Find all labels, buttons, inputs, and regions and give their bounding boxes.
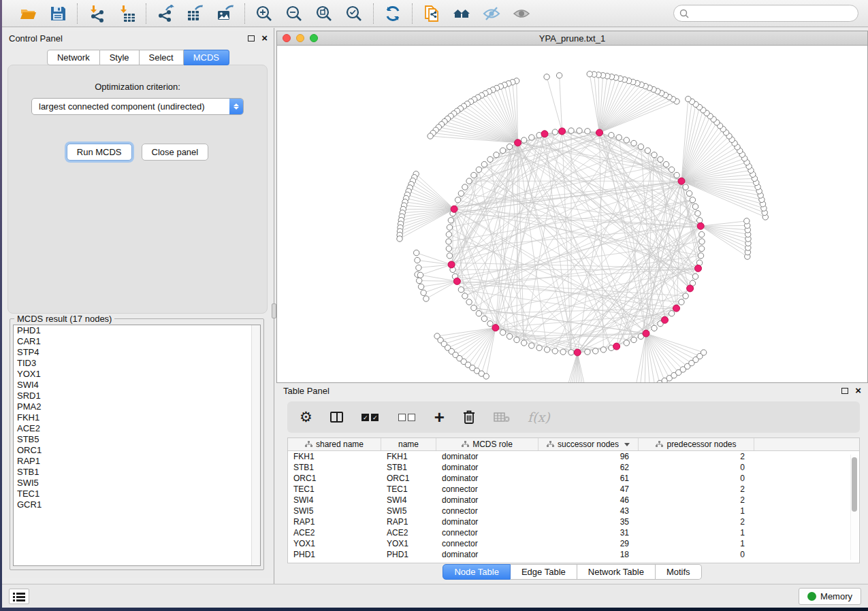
zoom-out-icon[interactable] (285, 4, 304, 23)
result-node-item[interactable]: PHD1 (14, 325, 260, 336)
cell-shared-name: SWI5 (288, 506, 381, 516)
import-network-icon[interactable] (87, 4, 106, 23)
app-window: Control Panel × NetworkStyleSelectMCDS O… (2, 0, 868, 608)
table-toolbar: ⚙ ✓✓ + f(x) (287, 401, 860, 433)
mcds-result-fieldset: MCDS result (17 nodes) PHD1CAR1STP4TID3Y… (10, 318, 264, 570)
result-node-item[interactable]: TID3 (14, 358, 260, 369)
close-panel-icon[interactable]: × (261, 35, 268, 42)
delete-table-icon[interactable] (494, 407, 510, 427)
cell-MCDS-role: dominator (436, 495, 539, 506)
column-header-predecessor-nodes[interactable]: predecessor nodes (639, 438, 754, 450)
result-node-item[interactable]: STP4 (14, 347, 260, 358)
cell-name: SWI5 (381, 506, 436, 516)
mcds-tab-content: Optimization criterion: largest connecte… (7, 65, 268, 314)
mcds-result-title: MCDS result (17 nodes) (14, 314, 114, 324)
table-row[interactable]: RAP1RAP1dominator352 (288, 516, 859, 527)
cell-predecessor-nodes: 1 (639, 506, 754, 516)
tab-edge-table[interactable]: Edge Table (511, 564, 577, 580)
function-builder-icon[interactable]: f(x) (528, 407, 550, 427)
deselect-all-checkboxes-icon[interactable] (398, 407, 417, 427)
result-node-item[interactable]: YOX1 (14, 369, 260, 380)
result-node-item[interactable]: CAR1 (14, 336, 260, 347)
save-icon[interactable] (48, 4, 67, 23)
table-row[interactable]: ACE2ACE2connector311 (288, 527, 859, 538)
result-node-item[interactable]: TEC1 (14, 489, 260, 499)
memory-label: Memory (820, 591, 852, 601)
result-node-item[interactable]: GCR1 (14, 499, 260, 510)
result-node-item[interactable]: ACE2 (14, 423, 260, 434)
cell-MCDS-role: connector (436, 538, 539, 549)
result-node-item[interactable]: STB1 (14, 467, 260, 478)
tab-network-table[interactable]: Network Table (577, 564, 656, 580)
run-mcds-button[interactable]: Run MCDS (67, 144, 132, 161)
cell-predecessor-nodes: 2 (639, 451, 754, 462)
result-node-item[interactable]: STB5 (14, 434, 260, 445)
memory-status-icon (807, 592, 816, 601)
table-row[interactable]: SWI4SWI4dominator462 (288, 495, 859, 506)
network-window-titlebar[interactable]: YPA_prune.txt_1 (277, 31, 867, 46)
zoom-selected-icon[interactable] (344, 4, 364, 23)
zoom-fit-icon[interactable] (315, 4, 334, 23)
tab-style[interactable]: Style (100, 50, 140, 65)
table-row[interactable]: TEC1TEC1connector472 (288, 484, 859, 495)
tab-network[interactable]: Network (47, 50, 100, 65)
result-node-item[interactable]: RAP1 (14, 456, 260, 467)
select-all-checkboxes-icon[interactable]: ✓✓ (361, 407, 380, 427)
result-node-item[interactable]: FKH1 (14, 412, 260, 423)
result-node-item[interactable]: ORC1 (14, 445, 260, 456)
result-node-item[interactable]: SRD1 (14, 391, 260, 401)
splitter-handle[interactable] (272, 303, 276, 318)
tab-select[interactable]: Select (140, 50, 184, 65)
add-column-icon[interactable]: + (434, 407, 445, 427)
show-all-icon[interactable] (512, 4, 531, 23)
refresh-icon[interactable] (383, 4, 402, 23)
split-view-icon[interactable] (330, 407, 343, 427)
table-row[interactable]: SWI5SWI5connector431 (288, 506, 859, 516)
tab-mcds[interactable]: MCDS (184, 50, 229, 65)
search-box[interactable] (673, 5, 858, 22)
table-row[interactable]: ORC1ORC1dominator610 (288, 473, 859, 484)
table-row[interactable]: YOX1YOX1connector291 (288, 538, 859, 549)
close-table-panel-icon[interactable]: × (855, 387, 861, 394)
cell-predecessor-nodes: 2 (639, 484, 754, 495)
import-table-icon[interactable] (117, 4, 136, 23)
column-settings-icon[interactable]: ⚙ (300, 407, 312, 427)
zoom-in-icon[interactable] (255, 4, 274, 23)
mcds-result-items: PHD1CAR1STP4TID3YOX1SWI4SRD1PMA2FKH1ACE2… (14, 325, 260, 510)
column-header-MCDS-role[interactable]: MCDS role (436, 438, 539, 450)
column-header-name[interactable]: name (381, 438, 436, 450)
home-view-icon[interactable] (452, 4, 471, 23)
column-header-successor-nodes[interactable]: successor nodes (539, 438, 639, 450)
task-history-button[interactable] (9, 589, 29, 604)
export-table-icon[interactable] (186, 4, 205, 23)
open-folder-icon[interactable] (18, 4, 37, 23)
close-panel-button[interactable]: Close panel (142, 144, 209, 161)
column-header-shared-name[interactable]: shared name (288, 438, 381, 450)
result-node-item[interactable]: SWI4 (14, 380, 260, 391)
memory-button[interactable]: Memory (799, 588, 861, 605)
float-table-panel-icon[interactable] (841, 388, 848, 394)
table-row[interactable]: FKH1FKH1dominator962 (288, 451, 859, 462)
tab-node-table[interactable]: Node Table (443, 564, 511, 580)
node-table: shared namenameMCDS rolesuccessor nodesp… (287, 437, 860, 563)
search-input[interactable] (689, 9, 852, 18)
float-window-icon[interactable] (248, 35, 255, 42)
result-node-item[interactable]: SWI5 (14, 478, 260, 489)
table-row[interactable]: PHD1PHD1dominator180 (288, 549, 859, 560)
optimization-criterion-dropdown[interactable]: largest connected component (undirected) (31, 98, 244, 115)
export-network-icon[interactable] (156, 4, 175, 23)
tab-motifs[interactable]: Motifs (656, 564, 702, 580)
table-scrollbar-thumb[interactable] (852, 457, 857, 512)
result-list-scrollbar[interactable] (251, 325, 260, 565)
cell-successor-nodes: 31 (539, 527, 639, 538)
export-image-icon[interactable] (216, 4, 235, 23)
table-scrollbar[interactable] (850, 455, 858, 560)
cell-MCDS-role: dominator (436, 451, 539, 462)
delete-columns-icon[interactable] (462, 407, 476, 427)
result-node-item[interactable]: PMA2 (14, 401, 260, 412)
network-canvas[interactable] (277, 46, 867, 382)
hide-selected-icon[interactable] (482, 4, 501, 23)
table-row[interactable]: STB1STB1dominator620 (288, 462, 859, 473)
duplicate-network-icon[interactable] (422, 4, 441, 23)
network-graph (277, 46, 867, 382)
